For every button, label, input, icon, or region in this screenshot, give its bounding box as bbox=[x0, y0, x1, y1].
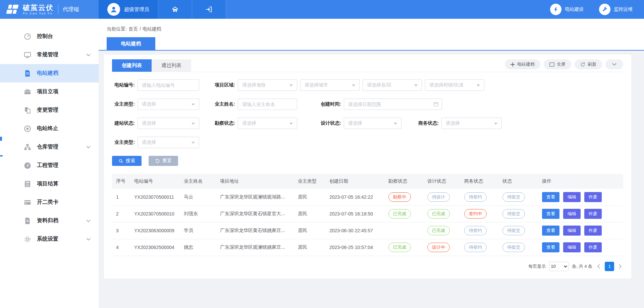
search-button[interactable]: 搜索 bbox=[112, 156, 142, 166]
owner-type-select[interactable]: 请选择 bbox=[138, 99, 199, 110]
void-button[interactable]: 作废 bbox=[584, 242, 602, 252]
fullscreen-button[interactable]: 全屏 bbox=[544, 59, 571, 69]
portal-label: 代理端 bbox=[58, 4, 79, 14]
create-station-button[interactable]: 电站建档 bbox=[505, 59, 540, 69]
filter-actions: 搜索 重置 bbox=[112, 156, 623, 166]
cell-owner: 刘强东 bbox=[180, 205, 217, 222]
sidebar-item-data-archive[interactable]: 资料归档 bbox=[0, 211, 99, 230]
edit-button[interactable]: 编辑 bbox=[563, 226, 581, 236]
owner-type-2-placeholder: 请选择 bbox=[142, 139, 156, 145]
view-button[interactable]: 查看 bbox=[542, 226, 559, 236]
reset-button[interactable]: 重置 bbox=[149, 156, 178, 166]
city-placeholder: 请选择城市 bbox=[305, 82, 328, 88]
sidebar-label: 控制台 bbox=[37, 33, 53, 40]
sitemap-icon bbox=[23, 143, 32, 151]
sidebar-item-station-termination[interactable]: 电站终止 bbox=[0, 119, 99, 138]
page-number-1[interactable]: 1 bbox=[605, 262, 614, 271]
refresh-button[interactable]: 刷新 bbox=[575, 59, 602, 69]
sidebar-label: 系统设置 bbox=[37, 236, 58, 243]
sidebar-label: 项目结算 bbox=[37, 180, 58, 187]
cell-created: 2023-06-30 22:45:57 bbox=[326, 222, 385, 239]
nav-item-station-build[interactable]: 电站建设 bbox=[550, 4, 584, 15]
sidebar-label: 工程管理 bbox=[37, 162, 58, 169]
cell-no: 2 bbox=[112, 205, 131, 222]
cell-owner: 学员 bbox=[180, 222, 217, 239]
home-button[interactable] bbox=[158, 0, 192, 19]
view-button[interactable]: 查看 bbox=[542, 209, 559, 219]
void-button[interactable]: 作废 bbox=[584, 209, 602, 219]
prev-page-button[interactable] bbox=[596, 264, 601, 269]
owner-type-2-label: 业主类型: bbox=[112, 139, 135, 145]
table-row: 2 YX2023070500010 刘强东 广东深圳龙华区黄石镇星官大... 居… bbox=[112, 205, 623, 222]
station-code-input[interactable] bbox=[138, 79, 199, 91]
sidebar-item-engineering-mgmt[interactable]: 工程管理 bbox=[0, 156, 99, 175]
logout-icon bbox=[205, 6, 213, 13]
sidebar-item-warehouse-mgmt[interactable]: 仓库管理 bbox=[0, 138, 99, 156]
per-page-label: 每页显示 bbox=[528, 263, 546, 269]
tab-passed-list[interactable]: 通过列表 bbox=[152, 59, 191, 72]
collapse-button[interactable] bbox=[605, 59, 623, 69]
province-select[interactable]: 请选择省份 bbox=[238, 79, 297, 91]
breadcrumb-home[interactable]: 首页 bbox=[128, 26, 138, 32]
col-address: 项目地址 bbox=[217, 174, 294, 189]
brand-area: 破茧云伏 Po Jian Yun Fu 代理端 bbox=[0, 0, 99, 19]
page-size-select[interactable]: 10 bbox=[549, 262, 569, 271]
survey-status-select[interactable]: 请选择 bbox=[238, 118, 297, 129]
brand-name: 破茧云伏 bbox=[23, 4, 54, 11]
view-button[interactable]: 查看 bbox=[542, 242, 559, 252]
user-section[interactable]: 超级管理员 bbox=[99, 0, 158, 19]
sidebar-item-station-archive[interactable]: 电站建档 bbox=[0, 64, 99, 82]
void-button[interactable]: 作废 bbox=[584, 192, 602, 202]
logout-button[interactable] bbox=[192, 0, 226, 19]
sidebar-item-system-settings[interactable]: 系统设置 bbox=[0, 230, 99, 248]
nav-item-monitor-ops[interactable]: 监控运维 bbox=[599, 4, 633, 15]
stop-circle-icon bbox=[23, 125, 32, 133]
sidebar-item-general-mgmt[interactable]: 常规管理 bbox=[0, 46, 99, 64]
status-badge: 待提交 bbox=[502, 209, 525, 219]
survey-status-placeholder: 请选择 bbox=[242, 120, 256, 126]
town-select[interactable]: 请选择村镇/街道 bbox=[425, 79, 484, 91]
cell-created: 2023-06-25 10:57:04 bbox=[326, 239, 385, 256]
edit-button[interactable]: 编辑 bbox=[563, 192, 581, 202]
sidebar-item-open-card[interactable]: 开二类卡 bbox=[0, 193, 99, 211]
design-status-select[interactable]: 请选择 bbox=[344, 118, 401, 129]
archive-icon bbox=[23, 217, 32, 225]
page-tab-station-archive[interactable]: 电站建档 bbox=[107, 37, 155, 50]
sidebar-item-project-initiation[interactable]: 项目立项 bbox=[0, 82, 99, 101]
filter-create-time: 创建时间: bbox=[318, 99, 442, 110]
status-badge: 待签约 bbox=[464, 243, 487, 252]
sidebar-item-project-settlement[interactable]: 项目结算 bbox=[0, 175, 99, 193]
briefcase-icon bbox=[23, 88, 32, 96]
caret-icon bbox=[394, 123, 397, 126]
sidebar-item-change-mgmt[interactable]: 变更管理 bbox=[0, 101, 99, 119]
view-button[interactable]: 查看 bbox=[542, 192, 559, 202]
refresh-label: 刷新 bbox=[588, 61, 596, 67]
sidebar-item-console[interactable]: 控制台 bbox=[0, 27, 99, 46]
avatar bbox=[107, 3, 120, 16]
void-button[interactable]: 作废 bbox=[584, 226, 602, 236]
next-page-button[interactable] bbox=[618, 264, 623, 269]
col-code: 电站编号 bbox=[131, 174, 180, 189]
city-select[interactable]: 请选择城市 bbox=[300, 79, 360, 91]
business-status-select[interactable]: 请选择 bbox=[441, 118, 502, 129]
tab-create-list[interactable]: 创建列表 bbox=[112, 59, 152, 72]
filter-build-status: 建站状态: 请选择 bbox=[112, 118, 199, 129]
edit-button[interactable]: 编辑 bbox=[563, 242, 581, 252]
caret-icon bbox=[414, 84, 418, 88]
region-label: 项目区域: bbox=[212, 82, 235, 88]
sidebar-label: 电站终止 bbox=[37, 125, 58, 132]
date-range-input[interactable] bbox=[344, 99, 442, 110]
status-badge: 待设计 bbox=[427, 192, 450, 202]
filter-station-code: 电站编号: bbox=[112, 79, 199, 91]
owner-type-2-select[interactable]: 请选择 bbox=[138, 137, 199, 148]
county-select[interactable]: 请选择县/区 bbox=[363, 79, 422, 91]
owner-name-input[interactable] bbox=[238, 99, 297, 110]
refresh-icon bbox=[580, 62, 585, 67]
sidebar-label: 开二类卡 bbox=[37, 199, 58, 206]
build-status-select[interactable]: 请选择 bbox=[138, 118, 199, 129]
copy-icon bbox=[23, 106, 32, 114]
dashboard-icon bbox=[23, 33, 32, 41]
status-badge: 待签约 bbox=[464, 226, 487, 235]
filter-form: 电站编号: 项目区域: 请选择省份 请选择城市 请选择县/区 请选择村镇/街道 bbox=[112, 79, 623, 148]
edit-button[interactable]: 编辑 bbox=[563, 209, 581, 219]
